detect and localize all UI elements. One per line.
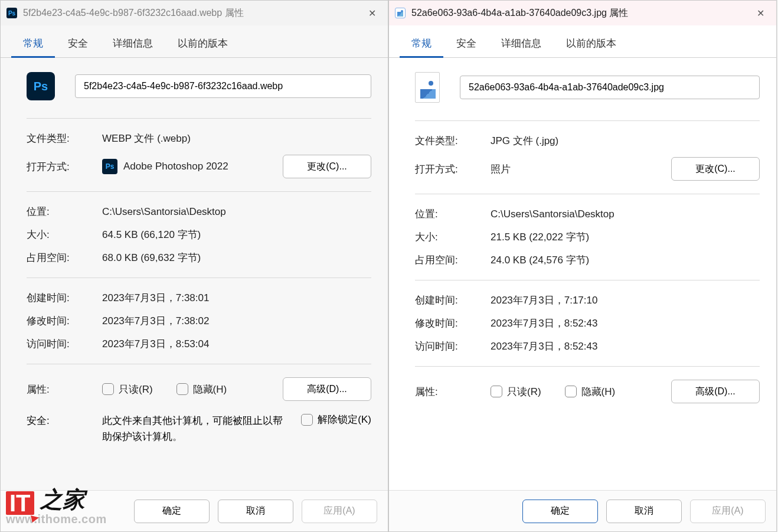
created-value: 2023年7月3日，7:17:10 <box>491 293 760 307</box>
tab-previous-versions[interactable]: 以前的版本 <box>554 32 628 58</box>
app-icon: Ps <box>102 159 117 174</box>
close-icon[interactable]: ✕ <box>747 1 774 25</box>
size-on-disk-value: 24.0 KB (24,576 字节) <box>491 253 760 267</box>
size-on-disk-label: 占用空间: <box>415 253 491 267</box>
file-type-label: 文件类型: <box>415 134 491 148</box>
divider <box>27 278 371 278</box>
modified-label: 修改时间: <box>27 314 102 328</box>
apply-button[interactable]: 应用(A) <box>302 500 377 523</box>
close-icon[interactable]: ✕ <box>358 1 385 25</box>
general-tab-content: Ps 文件类型: WEBP 文件 (.webp) 打开方式: Ps Adobe … <box>1 58 388 490</box>
tab-details[interactable]: 详细信息 <box>101 32 165 58</box>
location-value: C:\Users\Santorsia\Desktop <box>102 206 371 218</box>
tab-previous-versions[interactable]: 以前的版本 <box>166 32 240 58</box>
tab-strip: 常规 安全 详细信息 以前的版本 <box>389 25 776 58</box>
size-value: 64.5 KB (66,120 字节) <box>102 228 371 241</box>
divider <box>415 120 760 121</box>
created-label: 创建时间: <box>27 291 102 305</box>
created-value: 2023年7月3日，7:38:01 <box>102 291 371 305</box>
unblock-label: 解除锁定(K) <box>318 413 371 426</box>
readonly-checkbox[interactable]: 只读(R) <box>491 385 541 399</box>
file-type-icon <box>415 72 440 103</box>
dialog-footer: 确定 取消 应用(A) <box>389 490 776 531</box>
modified-value: 2023年7月3日，7:38:02 <box>102 314 371 328</box>
checkbox-icon <box>491 386 502 397</box>
window-title: 52a6e063-93a6-4b4a-a1ab-37640ade09c3.jpg… <box>411 7 747 19</box>
titlebar[interactable]: Ps 5f2b4e23-c4a5-4e9c-b987-6f3232c16aad.… <box>1 1 388 25</box>
ok-button[interactable]: 确定 <box>522 500 598 523</box>
open-with-label: 打开方式: <box>27 160 102 174</box>
divider <box>415 366 760 367</box>
watermark-url: www.ithome.com <box>6 513 107 526</box>
tab-security[interactable]: 安全 <box>56 32 100 58</box>
modified-value: 2023年7月3日，8:52:43 <box>491 316 760 330</box>
location-value: C:\Users\Santorsia\Desktop <box>491 208 760 220</box>
divider <box>27 364 371 364</box>
checkbox-icon <box>301 414 313 426</box>
ok-button[interactable]: 确定 <box>134 500 210 523</box>
properties-dialog-jpg: 52a6e063-93a6-4b4a-a1ab-37640ade09c3.jpg… <box>388 0 777 532</box>
image-file-icon <box>395 8 406 18</box>
divider <box>27 191 371 192</box>
location-label: 位置: <box>415 207 491 221</box>
cancel-button[interactable]: 取消 <box>218 500 293 523</box>
change-app-button[interactable]: 更改(C)... <box>671 157 760 181</box>
window-title: 5f2b4e23-c4a5-4e9c-b987-6f3232c16aad.web… <box>23 7 358 19</box>
divider <box>415 280 760 280</box>
accessed-label: 访问时间: <box>27 337 102 351</box>
filename-input[interactable] <box>460 76 760 99</box>
apply-button[interactable]: 应用(A) <box>690 500 766 523</box>
size-on-disk-label: 占用空间: <box>27 251 102 265</box>
readonly-checkbox[interactable]: 只读(R) <box>102 383 153 396</box>
tab-security[interactable]: 安全 <box>444 32 488 58</box>
advanced-button[interactable]: 高级(D)... <box>671 380 760 403</box>
checkbox-icon <box>565 386 577 397</box>
readonly-label: 只读(R) <box>119 383 153 396</box>
cancel-button[interactable]: 取消 <box>606 500 682 523</box>
readonly-label: 只读(R) <box>507 385 541 399</box>
watermark-logo: IT <box>6 491 34 515</box>
hidden-checkbox[interactable]: 隐藏(H) <box>565 385 616 399</box>
advanced-button[interactable]: 高级(D)... <box>283 377 371 401</box>
attributes-label: 属性: <box>415 385 491 399</box>
security-text: 此文件来自其他计算机，可能被阻止以帮助保护该计算机。 <box>102 413 294 445</box>
tab-details[interactable]: 详细信息 <box>489 32 553 58</box>
created-label: 创建时间: <box>415 293 491 307</box>
open-with-app: Adobe Photoshop 2022 <box>123 161 228 172</box>
size-on-disk-value: 68.0 KB (69,632 字节) <box>102 251 371 265</box>
filename-input[interactable] <box>75 74 371 98</box>
watermark-text: 之家 <box>40 485 85 515</box>
change-app-button[interactable]: 更改(C)... <box>283 155 371 178</box>
tab-general[interactable]: 常规 <box>11 32 55 58</box>
checkbox-icon <box>176 383 188 395</box>
modified-label: 修改时间: <box>415 316 491 330</box>
unblock-checkbox[interactable]: 解除锁定(K) <box>301 413 371 426</box>
general-tab-content: 文件类型: JPG 文件 (.jpg) 打开方式: 照片 更改(C)... 位置… <box>389 58 776 490</box>
accessed-value: 2023年7月3日，8:53:04 <box>102 337 371 351</box>
accessed-value: 2023年7月3日，8:52:43 <box>491 340 760 353</box>
size-label: 大小: <box>415 230 491 244</box>
file-type-value: WEBP 文件 (.webp) <box>102 132 371 145</box>
hidden-label: 隐藏(H) <box>193 383 227 396</box>
hidden-checkbox[interactable]: 隐藏(H) <box>176 383 227 396</box>
photoshop-icon: Ps <box>6 8 17 18</box>
file-type-label: 文件类型: <box>27 132 102 145</box>
file-type-icon: Ps <box>27 72 55 100</box>
properties-dialog-webp: Ps 5f2b4e23-c4a5-4e9c-b987-6f3232c16aad.… <box>0 0 388 532</box>
accessed-label: 访问时间: <box>415 340 491 353</box>
size-value: 21.5 KB (22,022 字节) <box>491 230 760 244</box>
tab-general[interactable]: 常规 <box>400 32 443 58</box>
checkbox-icon <box>102 383 114 395</box>
location-label: 位置: <box>27 205 102 218</box>
file-type-value: JPG 文件 (.jpg) <box>491 134 760 148</box>
watermark: IT 之家 www.ithome.com <box>6 485 107 526</box>
open-with-app: 照片 <box>491 162 511 176</box>
security-label: 安全: <box>27 413 102 427</box>
titlebar[interactable]: 52a6e063-93a6-4b4a-a1ab-37640ade09c3.jpg… <box>389 1 776 25</box>
attributes-label: 属性: <box>27 383 102 396</box>
hidden-label: 隐藏(H) <box>581 385 616 399</box>
tab-strip: 常规 安全 详细信息 以前的版本 <box>1 25 388 58</box>
size-label: 大小: <box>27 228 102 241</box>
open-with-label: 打开方式: <box>415 162 491 176</box>
divider <box>27 118 371 119</box>
